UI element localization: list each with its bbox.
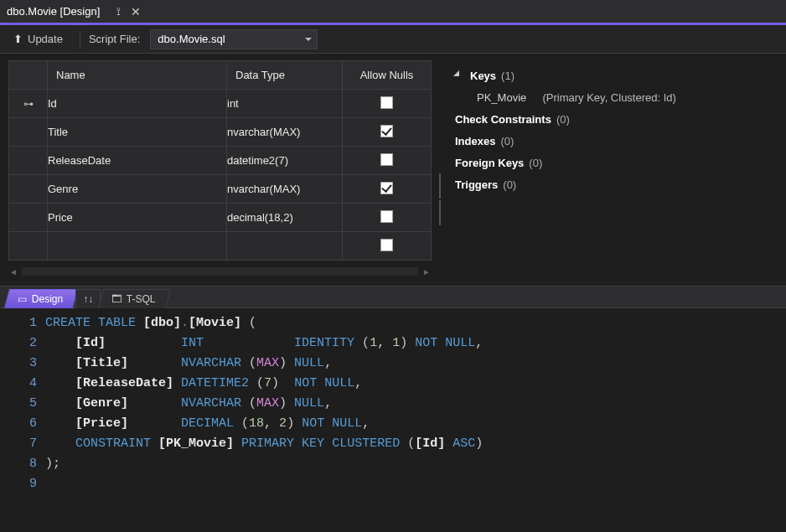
primary-key-icon: ⊶ [23,98,34,110]
columns-header-nulls[interactable]: Allow Nulls [343,61,432,90]
design-icon: ▭ [18,293,27,305]
columns-header-name[interactable]: Name [48,61,227,90]
allow-nulls-cell[interactable] [343,147,432,175]
column-name-cell[interactable]: Id [48,90,227,118]
table-row[interactable]: Titlenvarchar(MAX) [9,118,432,147]
column-type-cell[interactable]: int [227,90,343,118]
expand-icon[interactable] [453,70,465,82]
allow-nulls-checkbox[interactable] [380,153,393,166]
allow-nulls-checkbox[interactable] [380,96,393,109]
triggers-label: Triggers [455,174,498,196]
indexes-label: Indexes [455,131,495,152]
swap-icon: ↑↓ [83,293,93,305]
column-type-cell[interactable]: datetime2(7) [227,147,343,175]
column-type-cell[interactable]: nvarchar(MAX) [227,175,343,204]
fk-count: (0) [529,152,542,174]
keys-item[interactable]: PK_Movie (Primary Key, Clustered: Id) [477,87,776,109]
column-name-cell[interactable]: ReleaseDate [48,147,227,175]
column-type-cell[interactable]: nvarchar(MAX) [227,118,343,147]
allow-nulls-checkbox[interactable] [380,182,393,194]
line-number-gutter: 123456789 [0,308,45,514]
table-row[interactable]: ⊶Idint [9,90,432,118]
column-type-cell[interactable]: decimal(18,2) [227,204,343,232]
column-name-cell[interactable]: Price [48,204,227,232]
column-name-cell[interactable]: Genre [48,175,227,204]
table-row[interactable]: ReleaseDatedatetime2(7) [9,147,432,175]
allow-nulls-cell[interactable] [343,232,432,261]
scriptfile-dropdown[interactable]: dbo.Movie.sql [150,29,318,49]
triggers-count: (0) [503,174,516,196]
column-type-cell[interactable] [227,232,343,261]
vertical-splitter[interactable] [437,54,443,286]
document-tab-bar: dbo.Movie [Design] ⟟ ✕ [0,0,786,25]
designer-top-pane: Name Data Type Allow Nulls ⊶IdintTitlenv… [0,54,786,287]
column-name-cell[interactable]: Title [48,118,227,147]
keys-count: (1) [501,65,515,87]
columns-header-icon [9,61,48,90]
allow-nulls-checkbox[interactable] [380,210,393,223]
sql-code[interactable]: CREATE TABLE [dbo].[Movie] ( [Id] INT ID… [45,308,483,514]
update-button[interactable]: ⬆ Update [10,30,71,48]
keys-label: Keys [470,65,496,87]
table-row[interactable]: Pricedecimal(18,2) [9,204,432,232]
pin-icon[interactable]: ⟟ [116,5,121,18]
check-constraints-node[interactable]: Check Constraints (0) [455,109,776,131]
check-label: Check Constraints [455,109,551,131]
toolbar-separator [80,30,80,49]
keys-node[interactable]: Keys (1) [455,65,776,87]
columns-header-type[interactable]: Data Type [227,61,343,90]
row-selector[interactable] [9,118,48,147]
allow-nulls-checkbox[interactable] [380,239,393,251]
column-name-cell[interactable] [48,232,227,261]
foreign-keys-node[interactable]: Foreign Keys (0) [455,152,776,174]
table-row[interactable] [9,232,432,261]
scriptfile-label: Script File: [89,33,140,45]
columns-h-scrollbar[interactable]: ◄ ► [8,266,432,277]
tab-tsql-label: T-SQL [127,293,156,305]
allow-nulls-checkbox[interactable] [380,125,393,137]
tab-design[interactable]: ▭ Design [4,289,79,308]
update-button-label: Update [28,33,63,45]
allow-nulls-cell[interactable] [343,90,432,118]
scriptfile-value: dbo.Movie.sql [158,33,225,45]
upload-icon: ⬆ [13,33,23,45]
row-selector[interactable] [9,147,48,175]
scroll-left-icon[interactable]: ◄ [8,267,18,276]
scroll-right-icon[interactable]: ► [421,267,432,276]
scroll-track[interactable] [22,267,418,276]
row-selector[interactable] [9,175,48,204]
designer-toolbar: ⬆ Update Script File: dbo.Movie.sql [0,25,786,54]
tab-design-label: Design [32,293,63,305]
allow-nulls-cell[interactable] [343,175,432,204]
tab-tsql[interactable]: 🗔 T-SQL [98,289,171,308]
keys-item-name: PK_Movie [477,87,526,109]
triggers-node[interactable]: Triggers (0) [455,174,776,196]
keys-item-desc: (Primary Key, Clustered: Id) [542,87,675,109]
indexes-node[interactable]: Indexes (0) [455,131,776,152]
keys-panel: Keys (1) PK_Movie (Primary Key, Clustere… [443,54,786,286]
close-icon[interactable]: ✕ [131,5,141,18]
row-selector[interactable]: ⊶ [9,90,48,118]
sql-editor[interactable]: 123456789 CREATE TABLE [dbo].[Movie] ( [… [0,308,786,514]
columns-table[interactable]: Name Data Type Allow Nulls ⊶IdintTitlenv… [8,60,432,261]
columns-grid-panel: Name Data Type Allow Nulls ⊶IdintTitlenv… [0,54,437,286]
row-selector[interactable] [9,204,48,232]
lower-tabstrip: ▭ Design ↑↓ 🗔 T-SQL [0,287,786,308]
indexes-count: (0) [500,131,514,152]
allow-nulls-cell[interactable] [343,204,432,232]
sql-icon: 🗔 [111,293,122,305]
allow-nulls-cell[interactable] [343,118,432,147]
check-count: (0) [556,109,570,131]
row-selector[interactable] [9,232,48,261]
table-row[interactable]: Genrenvarchar(MAX) [9,175,432,204]
fk-label: Foreign Keys [455,152,524,174]
document-tab-title[interactable]: dbo.Movie [Design] [7,5,100,18]
tab-swap-button[interactable]: ↑↓ [75,289,101,308]
